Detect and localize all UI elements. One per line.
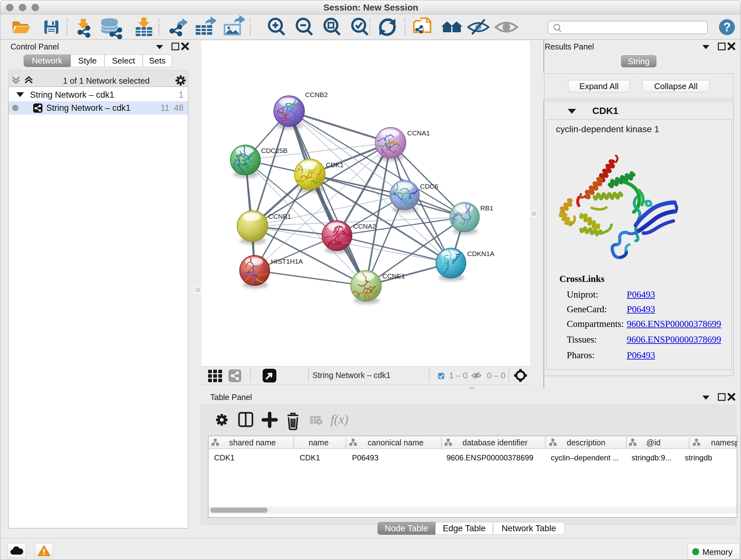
svg-text:CCNB1: CCNB1 [268,212,291,220]
svg-text:CDC25B: CDC25B [261,147,287,154]
svg-text:database identifier: database identifier [462,438,528,447]
svg-text:namespace: namespace [711,438,737,447]
svg-text:description: description [567,438,605,447]
svg-text:CCNA2: CCNA2 [353,223,376,230]
svg-text:CCNB2: CCNB2 [305,91,328,98]
svg-text:String Network – cdk1: String Network – cdk1 [313,371,391,380]
svg-text:canonical name: canonical name [367,438,423,447]
svg-text:CDC6: CDC6 [420,183,438,190]
svg-text:HIST1H1A: HIST1H1A [271,258,303,265]
svg-text:?: ? [723,20,731,34]
svg-text:1 – 0: 1 – 0 [449,371,468,380]
svg-text:CDK1: CDK1 [326,161,344,169]
svg-text:name: name [309,438,329,447]
svg-text:CCNE1: CCNE1 [382,272,405,280]
svg-text:0 – 0: 0 – 0 [487,371,506,380]
svg-text:CDKN1A: CDKN1A [467,250,494,257]
svg-text:@id: @id [646,438,661,447]
svg-text:shared name: shared name [229,438,276,447]
svg-text:CCNA1: CCNA1 [407,129,430,137]
svg-text:f(x): f(x) [331,412,348,427]
svg-text:RB1: RB1 [480,204,493,212]
